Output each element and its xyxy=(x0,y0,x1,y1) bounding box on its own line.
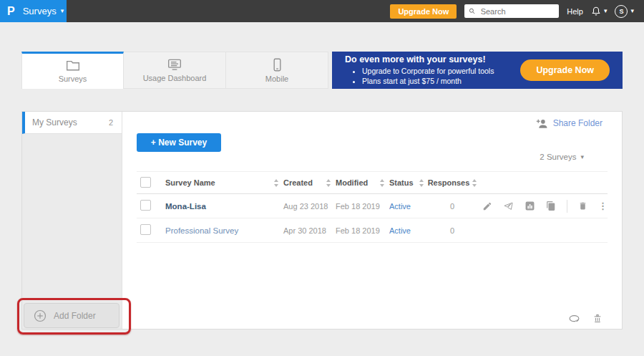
surveys-content: Share Folder + New Survey 2 Surveys ▾ Su… xyxy=(122,112,622,329)
help-link[interactable]: Help xyxy=(567,7,583,16)
promo-bullet: Plans start at just $75 / month xyxy=(362,76,494,86)
sort-icon[interactable] xyxy=(419,179,424,187)
row-checkbox[interactable] xyxy=(140,224,151,235)
tab-usage-dashboard-label: Usage Dashboard xyxy=(143,74,207,82)
send-plane-icon[interactable] xyxy=(503,201,514,211)
status-badge: Active xyxy=(389,226,411,235)
banner-upgrade-button[interactable]: Upgrade Now xyxy=(520,59,610,81)
add-folder-label: Add Folder xyxy=(54,311,96,321)
topbar: P Surveys ▾ Upgrade Now Help ▾ S ▾ xyxy=(0,0,644,22)
promo-banner-bullets: Upgrade to Corporate for powerful tools … xyxy=(345,66,494,86)
more-options-kebab-icon[interactable]: ⋮ xyxy=(598,201,608,211)
promo-banner-title: Do even more with your surveys! xyxy=(345,54,494,64)
tab-mobile[interactable]: Mobile xyxy=(226,52,328,89)
survey-name-link[interactable]: Mona-Lisa xyxy=(165,202,206,211)
restore-loop-icon[interactable] xyxy=(568,314,580,323)
share-folder-link[interactable]: Share Folder xyxy=(536,118,602,128)
sort-icon[interactable] xyxy=(326,179,331,187)
modified-date: Feb 18 2019 xyxy=(336,202,380,211)
card-footer-icons xyxy=(568,313,602,324)
product-menu[interactable]: P Surveys ▾ xyxy=(0,0,67,22)
tab-mobile-label: Mobile xyxy=(265,74,288,83)
responses-count: 0 xyxy=(450,202,454,211)
search-box[interactable] xyxy=(464,4,559,18)
column-header-status[interactable]: Status xyxy=(389,178,414,187)
chevron-down-icon: ▾ xyxy=(61,8,64,14)
tab-surveys-label: Surveys xyxy=(59,74,87,83)
sort-icon[interactable] xyxy=(380,179,385,187)
surveys-table: Survey Name Created Modified Status Resp… xyxy=(137,171,608,243)
add-folder-button[interactable]: Add Folder xyxy=(24,303,119,328)
account-menu[interactable]: S ▾ xyxy=(615,5,634,18)
folder-count-badge: 2 xyxy=(109,118,113,127)
report-chart-icon[interactable] xyxy=(525,201,535,211)
share-person-icon xyxy=(536,118,548,128)
created-date: Aug 23 2018 xyxy=(283,202,328,211)
duplicate-copy-icon[interactable] xyxy=(546,201,556,211)
trash-bin-icon[interactable] xyxy=(592,313,602,324)
delete-trash-icon[interactable] xyxy=(578,201,587,211)
promo-banner-text: Do even more with your surveys! Upgrade … xyxy=(345,54,494,86)
surveys-page: P Surveys ▾ Upgrade Now Help ▾ S ▾ Surve xyxy=(0,0,644,356)
upgrade-now-button[interactable]: Upgrade Now xyxy=(390,4,457,19)
new-survey-button[interactable]: + New Survey xyxy=(137,133,221,152)
edit-pencil-icon[interactable] xyxy=(482,201,492,211)
chevron-down-icon: ▾ xyxy=(604,8,608,14)
column-header-responses[interactable]: Responses xyxy=(428,178,470,187)
folder-icon xyxy=(66,59,80,72)
sort-icon[interactable] xyxy=(274,179,279,187)
status-badge: Active xyxy=(389,202,411,211)
column-header-survey-name[interactable]: Survey Name xyxy=(165,178,215,187)
dashboard-icon xyxy=(167,58,182,71)
product-menu-label: Surveys xyxy=(23,6,57,16)
folders-sidebar: My Surveys 2 xyxy=(22,112,122,329)
survey-count-dropdown[interactable]: 2 Surveys ▾ xyxy=(540,153,584,161)
survey-count-label: 2 Surveys xyxy=(540,153,576,161)
folder-name: My Surveys xyxy=(32,117,77,128)
notifications-menu[interactable]: ▾ xyxy=(591,6,608,16)
table-row: Mona-Lisa Aug 23 2018 Feb 18 2019 Active… xyxy=(137,194,608,218)
avatar: S xyxy=(615,5,628,18)
share-folder-label: Share Folder xyxy=(553,118,602,128)
bell-icon xyxy=(591,6,601,16)
surveys-panel: My Surveys 2 Add Folder Share Folder + N… xyxy=(21,111,623,329)
promo-banner: Do even more with your surveys! Upgrade … xyxy=(332,52,623,89)
folder-item-my-surveys[interactable]: My Surveys 2 xyxy=(22,112,122,134)
chevron-down-icon: ▾ xyxy=(630,8,634,14)
promo-bullet: Upgrade to Corporate for powerful tools xyxy=(362,66,494,76)
tabs-row: Surveys Usage Dashboard Mobile Do even m… xyxy=(21,52,623,89)
chevron-down-icon: ▾ xyxy=(580,154,584,160)
plus-circle-icon xyxy=(34,309,47,322)
created-date: Apr 30 2018 xyxy=(283,226,326,235)
column-header-modified[interactable]: Modified xyxy=(336,178,368,187)
table-header-row: Survey Name Created Modified Status Resp… xyxy=(137,171,608,194)
row-checkbox[interactable] xyxy=(140,200,151,211)
search-input[interactable] xyxy=(479,6,555,16)
topbar-right: Upgrade Now Help ▾ S ▾ xyxy=(390,0,644,22)
tab-surveys[interactable]: Surveys xyxy=(21,52,124,89)
responses-count: 0 xyxy=(450,226,454,235)
survey-name-link[interactable]: Professional Survey xyxy=(165,226,238,235)
tab-usage-dashboard[interactable]: Usage Dashboard xyxy=(124,52,226,89)
modified-date: Feb 18 2019 xyxy=(336,226,380,235)
select-all-checkbox[interactable] xyxy=(140,177,151,188)
actions-divider xyxy=(567,200,567,213)
proprofs-logo-icon: P xyxy=(7,5,15,18)
table-row: Professional Survey Apr 30 2018 Feb 18 2… xyxy=(137,218,608,243)
row-actions: ⋮ xyxy=(476,200,608,213)
mobile-icon xyxy=(273,58,282,72)
column-header-created[interactable]: Created xyxy=(283,178,313,187)
search-icon xyxy=(469,7,475,15)
